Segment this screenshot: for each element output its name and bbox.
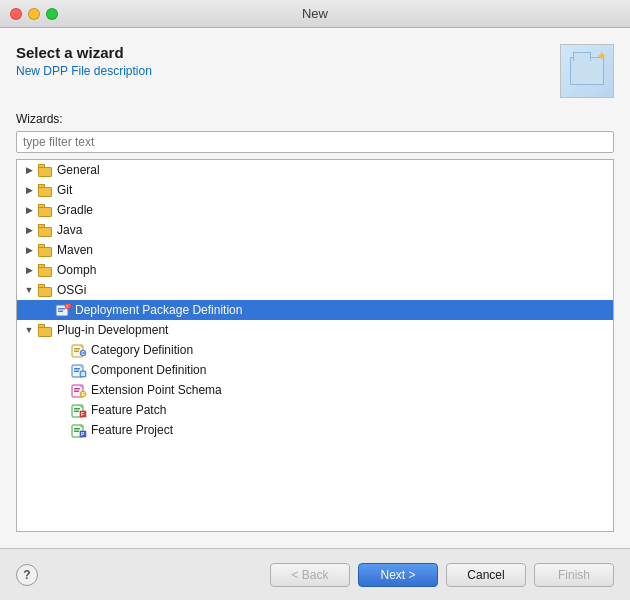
tree-item-feature-patch[interactable]: ▶ F Feature Patch [17, 400, 613, 420]
tree-item-component-def[interactable]: ▶ Component Definition [17, 360, 613, 380]
tree-label-gradle: Gradle [57, 203, 93, 217]
tree-item-oomph[interactable]: ▶ Oomph [17, 260, 613, 280]
tree-label-osgi: OSGi [57, 283, 86, 297]
extension-icon: E [71, 382, 87, 398]
wizard-description: New DPP File description [16, 64, 152, 78]
expand-arrow-osgi: ▼ [23, 284, 35, 296]
tree-item-maven[interactable]: ▶ Maven [17, 240, 613, 260]
svg-rect-21 [74, 391, 79, 393]
tree-label-maven: Maven [57, 243, 93, 257]
maximize-button[interactable] [46, 8, 58, 20]
folder-icon-plugin [37, 322, 53, 338]
dialog-content: Select a wizard New DPP File description… [0, 28, 630, 548]
expand-arrow-gradle: ▶ [23, 204, 35, 216]
svg-rect-9 [74, 351, 79, 353]
svg-rect-8 [74, 348, 80, 350]
minimize-button[interactable] [28, 8, 40, 20]
expand-arrow-maven: ▶ [23, 244, 35, 256]
tree-label-java: Java [57, 223, 82, 237]
filter-input[interactable] [16, 131, 614, 153]
svg-rect-2 [58, 308, 65, 310]
header-section: Select a wizard New DPP File description [16, 44, 614, 98]
dialog-buttons: < Back Next > Cancel Finish [270, 563, 614, 587]
wizards-label: Wizards: [16, 112, 614, 126]
tree-label-plugin: Plug-in Development [57, 323, 168, 337]
tree-label-category: Category Definition [91, 343, 193, 357]
svg-rect-33 [74, 431, 79, 433]
svg-rect-17 [81, 372, 85, 376]
tree-item-extension-point[interactable]: ▶ E Extension Point Schema [17, 380, 613, 400]
svg-rect-20 [74, 388, 80, 390]
help-button[interactable]: ? [16, 564, 38, 586]
expand-arrow-general: ▶ [23, 164, 35, 176]
expand-arrow-git: ▶ [23, 184, 35, 196]
bottom-bar: ? < Back Next > Cancel Finish [0, 548, 630, 600]
window-controls[interactable] [10, 8, 58, 20]
back-button[interactable]: < Back [270, 563, 350, 587]
tree-item-general[interactable]: ▶ General [17, 160, 613, 180]
tree-item-feature-project[interactable]: ▶ P Feature Project [17, 420, 613, 440]
folder-icon-general [37, 162, 53, 178]
tree-label-oomph: Oomph [57, 263, 96, 277]
folder-icon-oomph [37, 262, 53, 278]
header-text: Select a wizard New DPP File description [16, 44, 152, 78]
folder-icon-maven [37, 242, 53, 258]
tree-item-git[interactable]: ▶ Git [17, 180, 613, 200]
deployment-icon: ! [55, 302, 71, 318]
feature-project-icon: P [71, 422, 87, 438]
icon-inner [570, 57, 604, 85]
close-button[interactable] [10, 8, 22, 20]
component-icon [71, 362, 87, 378]
tree-label-deployment: Deployment Package Definition [75, 303, 242, 317]
select-wizard-title: Select a wizard [16, 44, 152, 61]
tree-item-category-def[interactable]: ▶ C Category Definition [17, 340, 613, 360]
folder-icon-osgi [37, 282, 53, 298]
title-bar: New [0, 0, 630, 28]
tree-item-osgi[interactable]: ▼ OSGi [17, 280, 613, 300]
category-icon: C [71, 342, 87, 358]
tree-item-gradle[interactable]: ▶ Gradle [17, 200, 613, 220]
tree-label-feature-patch: Feature Patch [91, 403, 166, 417]
finish-button[interactable]: Finish [534, 563, 614, 587]
next-button[interactable]: Next > [358, 563, 438, 587]
svg-text:F: F [81, 411, 84, 417]
folder-icon-java [37, 222, 53, 238]
tree-item-deployment[interactable]: ▶ ! Deployment Package Definition [17, 300, 613, 320]
tree-label-feature-project: Feature Project [91, 423, 173, 437]
svg-rect-14 [74, 368, 80, 370]
window-title: New [302, 6, 328, 21]
wizards-tree[interactable]: ▶ General ▶ Git ▶ Gradle [16, 159, 614, 532]
tree-label-general: General [57, 163, 100, 177]
tree-label-extension: Extension Point Schema [91, 383, 222, 397]
expand-arrow-oomph: ▶ [23, 264, 35, 276]
tree-item-plugin-dev[interactable]: ▼ Plug-in Development [17, 320, 613, 340]
tree-label-component: Component Definition [91, 363, 206, 377]
tree-item-java[interactable]: ▶ Java [17, 220, 613, 240]
tree-label-git: Git [57, 183, 72, 197]
folder-icon-gradle [37, 202, 53, 218]
wizard-icon [560, 44, 614, 98]
folder-icon-git [37, 182, 53, 198]
expand-arrow-plugin: ▼ [23, 324, 35, 336]
expand-arrow-java: ▶ [23, 224, 35, 236]
svg-text:!: ! [67, 304, 68, 309]
cancel-button[interactable]: Cancel [446, 563, 526, 587]
svg-rect-15 [74, 371, 79, 373]
svg-rect-27 [74, 411, 79, 413]
svg-rect-32 [74, 428, 80, 430]
feature-patch-icon: F [71, 402, 87, 418]
svg-rect-26 [74, 408, 80, 410]
svg-rect-3 [58, 311, 63, 313]
